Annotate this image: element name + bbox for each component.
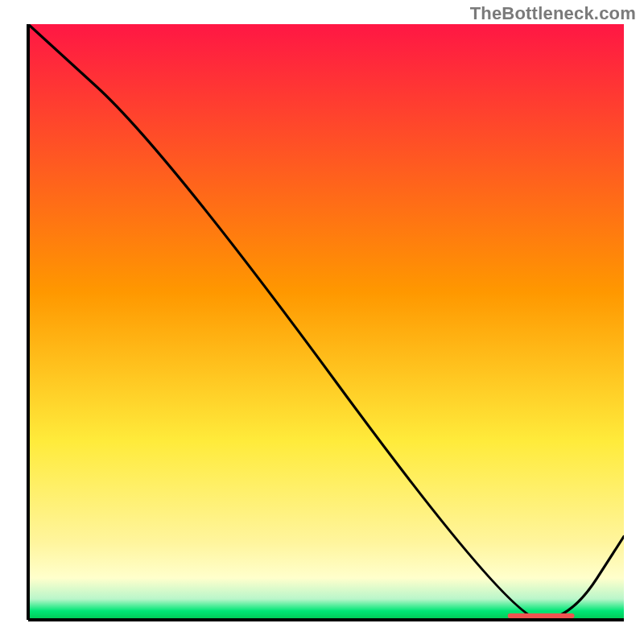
bottleneck-chart (0, 0, 644, 644)
chart-container: TheBottleneck.com (0, 0, 644, 644)
valley-marker (508, 613, 575, 618)
gradient-background (28, 24, 624, 620)
